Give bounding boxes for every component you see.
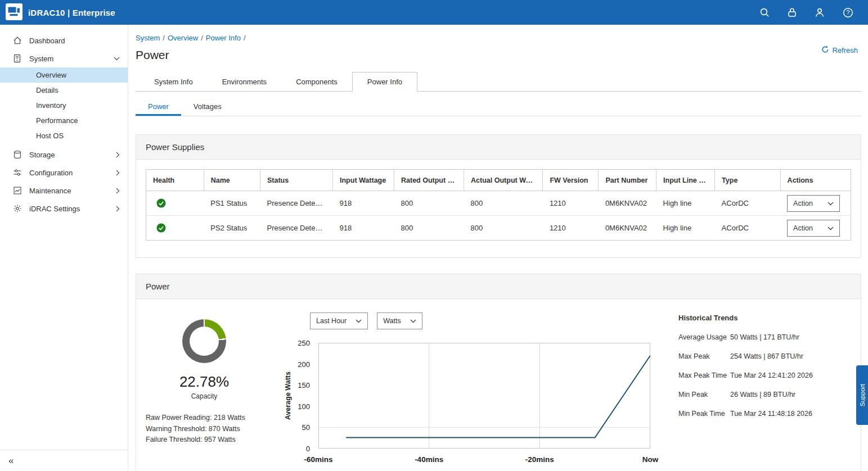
search-icon[interactable] <box>757 5 772 20</box>
power-line-chart <box>318 343 650 449</box>
sidebar-item-system[interactable]: System <box>0 49 128 67</box>
brand: iDRAC10 | Enterprise <box>6 3 115 22</box>
hist-value: Tue Mar 24 12:41:20 2026 <box>730 372 813 379</box>
subtab-power[interactable]: Power <box>136 97 181 116</box>
help-icon[interactable]: ? <box>840 5 856 20</box>
power-supplies-panel: Power Supplies Health Name Status In <box>136 134 861 258</box>
hist-label: Max Peak <box>678 352 730 360</box>
ps-actual-output: 800 <box>464 191 543 216</box>
col-rated-output: Rated Output Watta… <box>394 170 464 191</box>
historical-trends: Historical Trends Average Usage 50 Watts… <box>678 313 829 471</box>
breadcrumb-link-overview[interactable]: Overview <box>168 34 198 42</box>
y-tick: 50 <box>302 423 310 432</box>
ps-fw-version: 1210 <box>543 191 599 216</box>
hist-value: Tue Mar 24 11:48:18 2026 <box>730 410 812 418</box>
capacity-label: Capacity <box>146 392 263 400</box>
ps-rated-output: 800 <box>394 216 464 241</box>
power-panel: Power 22.78% Capacity Raw Power Reading:… <box>136 274 861 471</box>
warning-threshold: Warning Threshold: 870 Watts <box>146 424 263 435</box>
sidebar-item-details[interactable]: Details <box>0 83 128 98</box>
sidebar-item-dashboard[interactable]: Dashboard <box>0 31 128 49</box>
col-status: Status <box>260 170 332 191</box>
ps-input-line-type: High line <box>656 216 715 241</box>
sidebar-item-configuration[interactable]: Configuration <box>0 164 128 182</box>
list-item: Max Peak Time Tue Mar 24 12:41:20 2026 <box>678 372 829 379</box>
main-content: System/Overview/Power Info/ Power Refres… <box>128 25 868 471</box>
breadcrumb-link-power-info[interactable]: Power Info <box>206 34 241 42</box>
tab-environments[interactable]: Environments <box>208 72 281 91</box>
sidebar-item-label: Overview <box>36 71 66 79</box>
action-dropdown[interactable]: Action <box>787 195 840 212</box>
col-actual-output: Actual Output Watt… <box>464 170 543 191</box>
collapse-sidebar-icon[interactable]: « <box>8 455 14 467</box>
ps-fw-version: 1210 <box>543 216 599 241</box>
ps-input-wattage: 918 <box>333 191 394 216</box>
list-item: Min Peak Time Tue Mar 24 11:48:18 2026 <box>678 410 829 418</box>
tab-bar: System Info Environments Components Powe… <box>136 72 861 92</box>
lock-icon[interactable] <box>785 5 799 20</box>
health-ok-icon <box>153 223 197 233</box>
x-tick: -20mins <box>525 455 554 464</box>
y-axis-label: Average Watts <box>284 343 292 449</box>
unit-dropdown[interactable]: Watts <box>377 313 422 329</box>
power-supplies-table: Health Name Status Input Wattage Rated O… <box>146 169 851 241</box>
breadcrumb-separator: / <box>201 34 203 42</box>
action-label: Action <box>793 200 813 207</box>
unit-value: Watts <box>383 317 401 325</box>
sidebar-item-performance[interactable]: Performance <box>0 113 128 128</box>
page-title: Power <box>136 48 169 62</box>
historical-trends-title: Historical Trends <box>678 314 829 322</box>
y-tick: 200 <box>298 360 310 368</box>
tab-components[interactable]: Components <box>281 72 352 91</box>
y-axis-ticks: 250 200 150 100 50 0 <box>292 343 313 449</box>
breadcrumb-link-system[interactable]: System <box>136 34 160 42</box>
support-tab[interactable]: Support <box>856 365 868 425</box>
user-icon[interactable] <box>812 5 827 20</box>
topbar: iDRAC10 | Enterprise ? <box>0 0 868 25</box>
system-icon <box>12 54 22 63</box>
refresh-button[interactable]: Refresh <box>818 45 861 56</box>
sidebar-item-idrac-settings[interactable]: iDRAC Settings <box>0 200 128 218</box>
sidebar: Dashboard System Overview Details Invent… <box>0 25 128 471</box>
sidebar-item-inventory[interactable]: Inventory <box>0 98 128 113</box>
tab-system-info[interactable]: System Info <box>140 72 208 91</box>
list-item: Max Peak 254 Watts | 867 BTU/hr <box>678 352 829 360</box>
sidebar-item-storage[interactable]: Storage <box>0 146 128 164</box>
sidebar-item-overview[interactable]: Overview <box>0 67 128 83</box>
capacity-percent: 22.78% <box>146 373 263 391</box>
sidebar-item-maintenance[interactable]: Maintenance <box>0 182 128 200</box>
sidebar-item-label: Configuration <box>29 169 73 177</box>
chevron-right-icon <box>116 206 120 212</box>
support-tab-label: Support <box>859 384 866 406</box>
x-tick: -60mins <box>304 455 332 464</box>
breadcrumb-separator: / <box>244 34 246 42</box>
ps-name: PS2 Status <box>204 216 260 241</box>
action-dropdown[interactable]: Action <box>787 220 840 237</box>
list-item: Min Peak 26 Watts | 89 BTU/hr <box>678 391 829 398</box>
breadcrumb-separator: / <box>163 34 165 42</box>
time-range-dropdown[interactable]: Last Hour <box>310 313 368 329</box>
ps-actual-output: 800 <box>464 216 543 241</box>
col-input-line-type: Input Line Type <box>656 170 715 191</box>
breadcrumb: System/Overview/Power Info/ <box>136 34 861 42</box>
chevron-right-icon <box>116 188 120 194</box>
ps-type: ACorDC <box>715 191 781 216</box>
sidebar-item-label: System <box>29 55 53 63</box>
subtab-voltages[interactable]: Voltages <box>181 97 234 116</box>
ps-rated-output: 800 <box>394 191 464 216</box>
capacity-donut-chart <box>182 319 226 363</box>
maintenance-icon <box>12 186 22 195</box>
action-label: Action <box>793 224 813 232</box>
table-row: PS1 Status Presence Detected 918 800 800… <box>146 191 851 216</box>
col-name: Name <box>204 170 260 191</box>
tab-power-info[interactable]: Power Info <box>352 72 417 92</box>
x-tick: Now <box>642 455 659 464</box>
chevron-right-icon <box>116 152 120 158</box>
x-axis-ticks: -60mins -40mins -20mins Now <box>318 455 650 465</box>
sidebar-item-host-os[interactable]: Host OS <box>0 128 128 143</box>
chevron-down-icon <box>827 224 834 232</box>
hist-label: Average Usage <box>678 333 730 341</box>
ps-input-line-type: High line <box>656 191 715 216</box>
sliders-icon <box>12 168 22 177</box>
sidebar-item-label: Inventory <box>36 101 66 110</box>
